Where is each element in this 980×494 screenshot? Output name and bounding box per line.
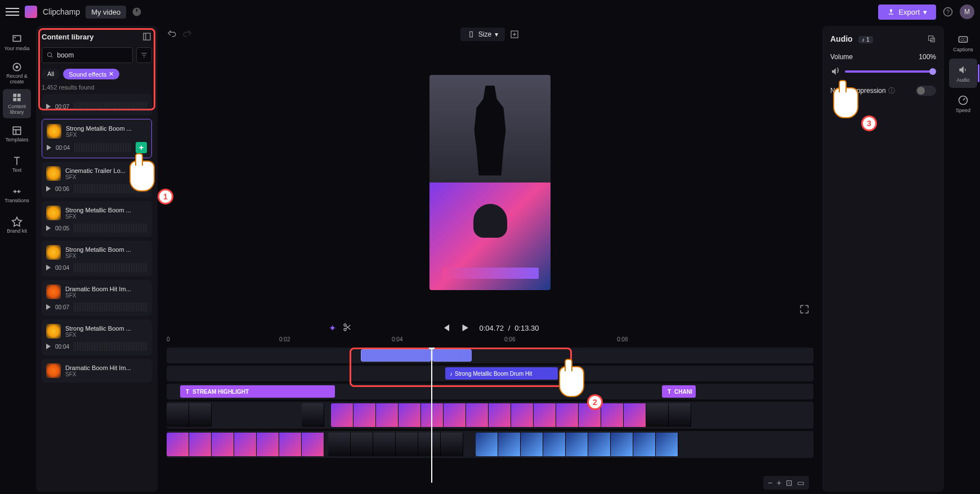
rail-content-library[interactable]: Content library bbox=[3, 89, 31, 118]
user-avatar[interactable]: M bbox=[960, 5, 974, 19]
project-name[interactable]: My video bbox=[86, 6, 126, 19]
video-clip-1a[interactable] bbox=[167, 403, 212, 427]
playhead[interactable] bbox=[431, 348, 432, 483]
size-selector[interactable]: Size ▾ bbox=[460, 28, 505, 41]
size-label: Size bbox=[478, 30, 491, 38]
detach-icon[interactable] bbox=[927, 34, 936, 43]
play-icon[interactable] bbox=[46, 304, 51, 310]
audio-track-2[interactable]: ♪ Strong Metallic Boom Drum Hit bbox=[167, 366, 813, 381]
audio-clip-1[interactable] bbox=[361, 349, 431, 362]
volume-value: 100% bbox=[919, 53, 936, 61]
text-clip-1[interactable]: T STREAM HIGHLIGHT bbox=[180, 385, 335, 398]
sound-duration: 00:04 bbox=[55, 344, 69, 350]
audio-track-1[interactable] bbox=[167, 348, 813, 363]
play-icon[interactable] bbox=[46, 225, 51, 231]
transitions-icon bbox=[11, 186, 23, 197]
export-button[interactable]: Export ▾ bbox=[878, 5, 936, 20]
chip-all[interactable]: All bbox=[42, 69, 60, 79]
timeline-tracks[interactable]: ♪ Strong Metallic Boom Drum Hit T STREAM… bbox=[167, 348, 813, 483]
volume-slider[interactable] bbox=[845, 70, 936, 73]
expand-button[interactable]: ▭ bbox=[797, 478, 804, 487]
expand-icon[interactable] bbox=[142, 32, 152, 42]
waveform bbox=[74, 263, 147, 272]
sound-item[interactable]: Dramatic Boom Hit Im...SFX bbox=[42, 359, 152, 382]
rail-text[interactable]: Text bbox=[3, 150, 31, 179]
text-clip-2[interactable]: T CHANI bbox=[662, 385, 696, 398]
rail-transitions[interactable]: Transitions bbox=[3, 180, 31, 210]
video-clip-1c[interactable] bbox=[331, 403, 696, 427]
undo-button[interactable] bbox=[167, 29, 177, 39]
rail-label: Your media bbox=[4, 46, 29, 52]
video-track-2[interactable] bbox=[167, 431, 813, 458]
info-icon[interactable]: ⓘ bbox=[888, 86, 895, 96]
magic-button[interactable]: ✦ bbox=[329, 323, 336, 333]
export-frame-icon[interactable] bbox=[509, 29, 520, 39]
filter-button[interactable] bbox=[136, 47, 152, 63]
play-icon[interactable] bbox=[46, 186, 51, 192]
play-icon[interactable] bbox=[46, 104, 51, 109]
play-icon[interactable] bbox=[46, 265, 51, 270]
app-logo bbox=[25, 6, 37, 18]
menu-button[interactable] bbox=[6, 5, 19, 19]
fit-button[interactable]: ⊡ bbox=[786, 478, 793, 487]
ruler-tick: 0:08 bbox=[617, 336, 628, 342]
sound-item[interactable]: Strong Metallic Boom ...SFX00:05 bbox=[42, 201, 152, 237]
play-icon[interactable] bbox=[46, 344, 51, 349]
rail-your-media[interactable]: Your media bbox=[3, 28, 31, 57]
sound-item[interactable]: Strong Metallic Boom ...SFX00:04+ bbox=[42, 119, 152, 158]
brand-kit-icon bbox=[11, 216, 23, 228]
sound-thumb bbox=[46, 284, 61, 299]
rail-label: Record & create bbox=[3, 74, 31, 85]
video-preview[interactable] bbox=[429, 75, 551, 290]
sound-thumb bbox=[47, 124, 61, 139]
speed-icon bbox=[957, 95, 969, 106]
timeline-ruler[interactable]: 00:020:040:060:08 bbox=[167, 336, 813, 348]
right-rail-speed[interactable]: Speed bbox=[949, 89, 977, 118]
video-clip-2c[interactable] bbox=[476, 433, 696, 456]
slider-thumb[interactable] bbox=[929, 68, 936, 75]
speaker-icon[interactable] bbox=[830, 66, 840, 77]
right-rail-captions[interactable]: CCCaptions bbox=[949, 28, 977, 57]
chip-sound-effects[interactable]: Sound effects✕ bbox=[63, 69, 119, 79]
your-media-icon bbox=[11, 34, 23, 45]
add-button[interactable]: + bbox=[136, 142, 147, 153]
search-input[interactable] bbox=[57, 51, 128, 59]
search-box[interactable] bbox=[42, 47, 133, 63]
fullscreen-button[interactable] bbox=[799, 304, 810, 315]
right-rail-audio-tab[interactable]: Audio bbox=[949, 59, 977, 88]
sound-type: SFX bbox=[65, 371, 147, 377]
zoom-in-button[interactable]: + bbox=[777, 478, 781, 487]
scissors-icon[interactable] bbox=[343, 323, 352, 332]
sound-item[interactable]: Cinematic Trailer Lo...SFX00:06 bbox=[42, 162, 152, 198]
noise-toggle[interactable] bbox=[916, 86, 936, 96]
video-clip-2a[interactable] bbox=[167, 433, 327, 456]
video-track-1[interactable] bbox=[167, 402, 813, 429]
music-clip[interactable]: ♪ Strong Metallic Boom Drum Hit bbox=[445, 367, 558, 380]
text-track[interactable]: T STREAM HIGHLIGHT T CHANI bbox=[167, 384, 813, 399]
rail-record-create[interactable]: Record & create bbox=[3, 59, 31, 88]
svg-text:CC: CC bbox=[960, 38, 966, 42]
audio-tab-icon bbox=[957, 64, 969, 75]
waveform bbox=[74, 143, 131, 152]
sound-type: SFX bbox=[65, 332, 147, 338]
zoom-out-button[interactable]: − bbox=[768, 478, 772, 487]
aspect-icon bbox=[467, 30, 475, 38]
rail-templates[interactable]: Templates bbox=[3, 119, 31, 149]
rail-brand-kit[interactable]: Brand kit bbox=[3, 211, 31, 240]
svg-rect-2 bbox=[13, 35, 20, 41]
skip-back-button[interactable] bbox=[441, 323, 451, 333]
sound-thumb bbox=[46, 363, 61, 378]
audio-clip-2[interactable] bbox=[432, 349, 472, 362]
sound-item[interactable]: 00:07 bbox=[42, 94, 152, 115]
redo-button[interactable] bbox=[182, 29, 193, 39]
sound-item[interactable]: Strong Metallic Boom ...SFX00:04 bbox=[42, 319, 152, 355]
play-icon[interactable] bbox=[47, 145, 51, 150]
text-clip-label: CHANI bbox=[674, 389, 692, 395]
video-clip-1b[interactable] bbox=[302, 403, 330, 427]
close-icon[interactable]: ✕ bbox=[109, 70, 114, 78]
help-icon[interactable]: ? bbox=[943, 7, 953, 17]
sound-item[interactable]: Strong Metallic Boom ...SFX00:04 bbox=[42, 241, 152, 277]
video-clip-2b[interactable] bbox=[328, 433, 475, 456]
sound-item[interactable]: Dramatic Boom Hit Im...SFX00:07 bbox=[42, 280, 152, 316]
play-button[interactable] bbox=[460, 323, 470, 333]
